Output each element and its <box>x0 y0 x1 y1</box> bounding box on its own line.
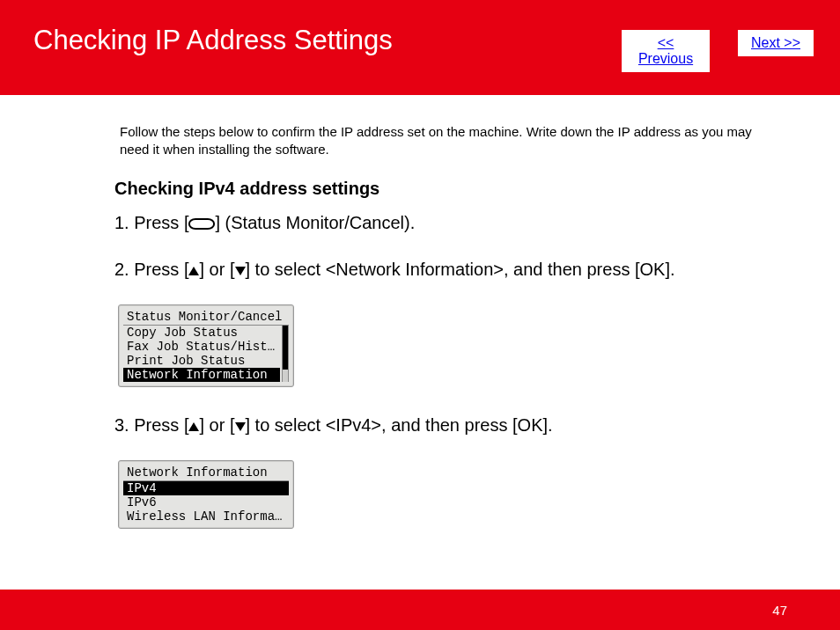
previous-button[interactable]: << Previous <box>622 30 710 72</box>
lcd1-title: Status Monitor/Cancel <box>123 310 289 326</box>
step-1: 1. Press [] (Status Monitor/Cancel). <box>114 211 805 235</box>
up-arrow-icon <box>188 267 199 275</box>
step-3-text-mid2: ] to select <IPv4>, and then press [OK]. <box>246 415 553 435</box>
lcd-screenshot-1: Status Monitor/Cancel Copy Job Status Fa… <box>118 304 294 387</box>
next-button[interactable]: Next >> <box>738 30 814 56</box>
footer-bar: 47 <box>0 590 840 630</box>
status-monitor-key-icon <box>188 218 215 230</box>
lcd2-item-selected: IPv4 <box>123 481 289 495</box>
step-2-text-pre: 2. Press [ <box>114 260 188 279</box>
lcd2-item: Wireless LAN Informa… <box>123 509 289 524</box>
intro-text: Follow the steps below to confirm the IP… <box>120 123 754 159</box>
down-arrow-icon <box>235 267 246 275</box>
page-number: 47 <box>772 603 787 618</box>
lcd1-scrollbar <box>282 326 289 382</box>
step-2-text-mid2: ] to select <Network Information>, and t… <box>246 260 675 279</box>
lcd1-item-selected: Network Information <box>123 368 280 382</box>
lcd2-title: Network Information <box>123 465 289 481</box>
lcd1-item: Fax Job Status/Hist… <box>123 340 280 354</box>
step-3: 3. Press [] or [] to select <IPv4>, and … <box>114 414 805 437</box>
step-2: 2. Press [] or [] to select <Network Inf… <box>114 258 805 282</box>
step-3-text-pre: 3. Press [ <box>114 415 188 435</box>
step-1-text-post: ] (Status Monitor/Cancel). <box>215 213 415 232</box>
step-3-text-mid1: ] or [ <box>199 415 234 435</box>
up-arrow-icon <box>188 422 199 431</box>
content-area: Follow the steps below to confirm the IP… <box>0 95 840 555</box>
lcd-screenshot-2: Network Information IPv4 IPv6 Wireless L… <box>118 460 294 529</box>
page-title: Checking IP Address Settings <box>33 25 393 56</box>
step-1-text-pre: 1. Press [ <box>114 213 188 232</box>
lcd2-item: IPv6 <box>123 495 289 509</box>
section-heading: Checking IPv4 address settings <box>114 179 805 199</box>
lcd1-item: Print Job Status <box>123 354 280 368</box>
step-2-text-mid1: ] or [ <box>199 260 234 279</box>
lcd1-item: Copy Job Status <box>123 326 280 340</box>
down-arrow-icon <box>235 422 246 431</box>
header-bar: Checking IP Address Settings << Previous… <box>0 0 840 95</box>
